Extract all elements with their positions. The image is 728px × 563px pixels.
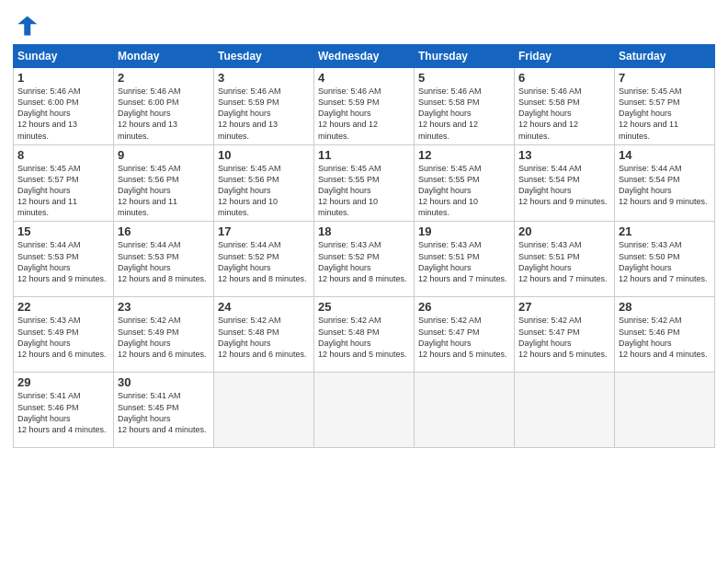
day-info: Sunrise: 5:43 AMSunset: 5:51 PMDaylight … [418,239,510,284]
day-number: 24 [218,300,310,314]
day-number: 23 [118,300,210,314]
table-row: 20Sunrise: 5:43 AMSunset: 5:51 PMDayligh… [515,222,615,297]
table-row: 15Sunrise: 5:44 AMSunset: 5:53 PMDayligh… [14,222,114,297]
col-monday: Monday [114,45,214,68]
table-row: 8Sunrise: 5:45 AMSunset: 5:57 PMDaylight… [14,144,114,222]
table-row: 4Sunrise: 5:46 AMSunset: 5:59 PMDaylight… [314,68,415,145]
table-row: 16Sunrise: 5:44 AMSunset: 5:53 PMDayligh… [114,222,214,297]
day-info: Sunrise: 5:43 AMSunset: 5:52 PMDaylight … [318,239,410,284]
day-number: 28 [619,300,711,314]
logo [13,13,42,39]
col-friday: Friday [515,45,615,68]
day-number: 8 [17,148,109,162]
day-info: Sunrise: 5:42 AMSunset: 5:49 PMDaylight … [118,315,210,360]
day-number: 22 [17,300,109,314]
day-number: 13 [518,148,610,162]
calendar-table: Sunday Monday Tuesday Wednesday Thursday… [13,44,715,448]
calendar-header: Sunday Monday Tuesday Wednesday Thursday… [14,45,715,68]
calendar-week-2: 8Sunrise: 5:45 AMSunset: 5:57 PMDaylight… [14,144,715,222]
table-row: 6Sunrise: 5:46 AMSunset: 5:58 PMDaylight… [515,68,615,145]
header-row: Sunday Monday Tuesday Wednesday Thursday… [14,45,715,68]
day-info: Sunrise: 5:42 AMSunset: 5:48 PMDaylight … [318,315,410,360]
table-row [314,373,415,448]
day-number: 7 [619,71,711,85]
calendar-week-1: 1Sunrise: 5:46 AMSunset: 6:00 PMDaylight… [14,68,715,145]
table-row: 28Sunrise: 5:42 AMSunset: 5:46 PMDayligh… [615,297,715,373]
calendar-week-4: 22Sunrise: 5:43 AMSunset: 5:49 PMDayligh… [14,297,715,373]
col-sunday: Sunday [14,45,114,68]
day-info: Sunrise: 5:46 AMSunset: 5:58 PMDaylight … [518,86,610,142]
table-row: 19Sunrise: 5:43 AMSunset: 5:51 PMDayligh… [415,222,515,297]
table-row: 1Sunrise: 5:46 AMSunset: 6:00 PMDaylight… [14,68,114,145]
table-row: 14Sunrise: 5:44 AMSunset: 5:54 PMDayligh… [615,144,715,222]
day-info: Sunrise: 5:46 AMSunset: 5:59 PMDaylight … [218,86,310,142]
day-info: Sunrise: 5:43 AMSunset: 5:51 PMDaylight … [518,239,610,284]
day-info: Sunrise: 5:46 AMSunset: 5:58 PMDaylight … [418,86,510,142]
day-number: 27 [518,300,610,314]
day-number: 17 [218,224,310,238]
header [13,9,715,39]
day-number: 6 [518,71,610,85]
table-row: 5Sunrise: 5:46 AMSunset: 5:58 PMDaylight… [415,68,515,145]
day-number: 26 [418,300,510,314]
table-row: 18Sunrise: 5:43 AMSunset: 5:52 PMDayligh… [314,222,415,297]
day-info: Sunrise: 5:44 AMSunset: 5:53 PMDaylight … [118,239,210,284]
day-info: Sunrise: 5:45 AMSunset: 5:55 PMDaylight … [318,163,410,219]
day-number: 18 [318,224,410,238]
day-number: 14 [619,148,711,162]
table-row: 9Sunrise: 5:45 AMSunset: 5:56 PMDaylight… [114,144,214,222]
table-row: 3Sunrise: 5:46 AMSunset: 5:59 PMDaylight… [214,68,314,145]
day-number: 2 [118,71,210,85]
day-info: Sunrise: 5:44 AMSunset: 5:53 PMDaylight … [17,239,109,284]
table-row: 13Sunrise: 5:44 AMSunset: 5:54 PMDayligh… [515,144,615,222]
day-number: 10 [218,148,310,162]
day-number: 5 [418,71,510,85]
day-info: Sunrise: 5:45 AMSunset: 5:56 PMDaylight … [118,163,210,219]
table-row: 17Sunrise: 5:44 AMSunset: 5:52 PMDayligh… [214,222,314,297]
col-saturday: Saturday [615,45,715,68]
day-info: Sunrise: 5:46 AMSunset: 6:00 PMDaylight … [17,86,109,142]
table-row: 25Sunrise: 5:42 AMSunset: 5:48 PMDayligh… [314,297,415,373]
table-row: 23Sunrise: 5:42 AMSunset: 5:49 PMDayligh… [114,297,214,373]
day-number: 1 [17,71,109,85]
table-row: 27Sunrise: 5:42 AMSunset: 5:47 PMDayligh… [515,297,615,373]
day-number: 25 [318,300,410,314]
day-number: 21 [619,224,711,238]
table-row: 30Sunrise: 5:41 AMSunset: 5:45 PMDayligh… [114,373,214,448]
day-info: Sunrise: 5:45 AMSunset: 5:56 PMDaylight … [218,163,310,219]
day-info: Sunrise: 5:44 AMSunset: 5:54 PMDaylight … [619,163,711,208]
day-info: Sunrise: 5:45 AMSunset: 5:57 PMDaylight … [17,163,109,219]
day-info: Sunrise: 5:45 AMSunset: 5:57 PMDaylight … [619,86,711,142]
day-info: Sunrise: 5:43 AMSunset: 5:50 PMDaylight … [619,239,711,284]
table-row [515,373,615,448]
day-info: Sunrise: 5:46 AMSunset: 6:00 PMDaylight … [118,86,210,142]
table-row: 10Sunrise: 5:45 AMSunset: 5:56 PMDayligh… [214,144,314,222]
day-number: 12 [418,148,510,162]
day-info: Sunrise: 5:45 AMSunset: 5:55 PMDaylight … [418,163,510,219]
day-info: Sunrise: 5:46 AMSunset: 5:59 PMDaylight … [318,86,410,142]
day-number: 16 [118,224,210,238]
col-thursday: Thursday [415,45,515,68]
day-info: Sunrise: 5:42 AMSunset: 5:47 PMDaylight … [418,315,510,360]
table-row: 12Sunrise: 5:45 AMSunset: 5:55 PMDayligh… [415,144,515,222]
day-info: Sunrise: 5:42 AMSunset: 5:48 PMDaylight … [218,315,310,360]
logo-icon [13,13,39,39]
table-row [214,373,314,448]
day-number: 19 [418,224,510,238]
table-row: 26Sunrise: 5:42 AMSunset: 5:47 PMDayligh… [415,297,515,373]
day-info: Sunrise: 5:44 AMSunset: 5:54 PMDaylight … [518,163,610,208]
page-container: Sunday Monday Tuesday Wednesday Thursday… [0,0,728,457]
col-tuesday: Tuesday [214,45,314,68]
col-wednesday: Wednesday [314,45,415,68]
day-number: 29 [17,375,109,389]
day-number: 9 [118,148,210,162]
day-number: 15 [17,224,109,238]
table-row: 29Sunrise: 5:41 AMSunset: 5:46 PMDayligh… [14,373,114,448]
calendar-week-5: 29Sunrise: 5:41 AMSunset: 5:46 PMDayligh… [14,373,715,448]
day-number: 3 [218,71,310,85]
table-row: 24Sunrise: 5:42 AMSunset: 5:48 PMDayligh… [214,297,314,373]
day-number: 11 [318,148,410,162]
svg-marker-0 [17,17,37,36]
day-number: 30 [118,375,210,389]
day-info: Sunrise: 5:42 AMSunset: 5:46 PMDaylight … [619,315,711,360]
